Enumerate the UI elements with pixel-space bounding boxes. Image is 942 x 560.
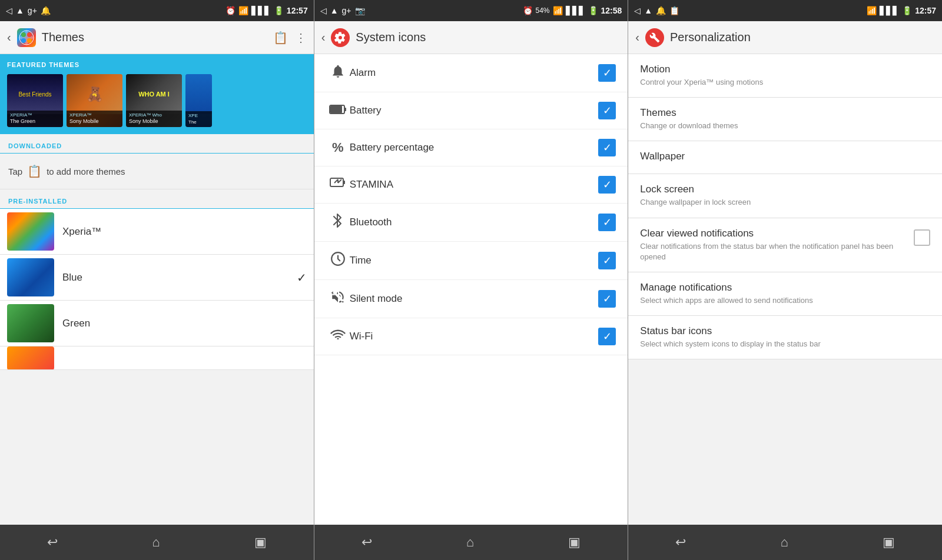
alarm-checkbox[interactable]: ✓: [598, 64, 616, 82]
screen-system-icons: ◁ ▲ g+ 📷 ⏰ 54% 📶 ▋▋▋ 🔋 12:58 ‹ Sy: [314, 0, 629, 560]
app-title-themes: Themes: [42, 31, 267, 44]
status-time-2: 12:58: [601, 6, 622, 15]
clear-notifs-toggle[interactable]: [914, 229, 930, 246]
home-nav-btn-1[interactable]: ⌂: [140, 530, 171, 555]
nav-bar-3: ↩ ⌂ ▣: [628, 525, 942, 560]
status-time-1: 12:57: [287, 6, 308, 15]
recent-nav-btn-1[interactable]: ▣: [243, 530, 278, 555]
wifi-checkbox[interactable]: ✓: [598, 328, 616, 345]
back-button-sysicons[interactable]: ‹: [321, 31, 326, 44]
wifi-label: Wi-Fi: [350, 331, 599, 342]
stamina-checkbox[interactable]: ✓: [598, 176, 616, 194]
stamina-icon: [326, 177, 350, 192]
featured-label: FEATURED THEMES: [7, 61, 307, 68]
status-bar-2: ◁ ▲ g+ 📷 ⏰ 54% 📶 ▋▋▋ 🔋 12:58: [314, 0, 628, 21]
screen-themes: ◁ ▲ g+ 🔔 ⏰ 📶 ▋▋▋ 🔋 12:57 ‹: [0, 0, 314, 560]
svg-point-4: [21, 38, 26, 43]
theme-item-xperia[interactable]: Xperia™: [0, 209, 314, 255]
copy-icon[interactable]: 📋: [273, 31, 288, 45]
back-button-themes[interactable]: ‹: [7, 31, 11, 44]
pct-icon: %: [326, 140, 350, 155]
lockscreen-subtitle: Change wallpaper in lock screen: [640, 197, 930, 208]
home-nav-btn-2[interactable]: ⌂: [455, 530, 486, 555]
theme-item-orange[interactable]: [0, 346, 314, 370]
settings-item-bluetooth[interactable]: Bluetooth ✓: [314, 204, 628, 242]
screen-personalization: ◁ ▲ 🔔 📋 📶 ▋▋▋ 🔋 12:57 ‹ Personalization: [628, 0, 942, 560]
back-button-person[interactable]: ‹: [635, 31, 639, 44]
settings-item-battery-pct[interactable]: % Battery percentage ✓: [314, 129, 628, 166]
notif-icon: 🔔: [41, 6, 51, 15]
recent-nav-btn-3[interactable]: ▣: [871, 530, 907, 555]
person-item-motion[interactable]: Motion Control your Xperia™ using motion…: [628, 54, 942, 98]
stamina-label: STAMINA: [350, 179, 599, 191]
notif-icon-3: 📋: [669, 6, 679, 15]
svg-rect-7: [330, 106, 342, 113]
person-item-manage-notifs[interactable]: Manage notifications Select which apps a…: [628, 272, 942, 316]
person-item-lockscreen[interactable]: Lock screen Change wallpaper in lock scr…: [628, 174, 942, 218]
silent-label: Silent mode: [350, 293, 599, 305]
battery-icon-2: 🔋: [588, 6, 598, 15]
manage-notifs-title: Manage notifications: [640, 282, 930, 294]
status-icons-subtitle: Select which system icons to display in …: [640, 339, 930, 349]
blue-name: Blue: [62, 272, 288, 284]
home-nav-btn-3[interactable]: ⌂: [769, 530, 800, 555]
app-bar-person: ‹ Personalization: [628, 21, 942, 54]
featured-theme-4[interactable]: XPE The: [185, 74, 212, 127]
bluetooth-checkbox[interactable]: ✓: [598, 214, 616, 231]
wifi-signal-3: 📶: [867, 6, 877, 15]
svg-rect-6: [344, 108, 346, 111]
settings-item-stamina[interactable]: STAMINA ✓: [314, 166, 628, 204]
settings-item-silent[interactable]: Silent mode ✓: [314, 280, 628, 318]
gplus-icon-3: 🔔: [656, 6, 666, 15]
recent-nav-btn-2[interactable]: ▣: [556, 530, 592, 555]
tap-text: Tap: [8, 166, 22, 176]
orange-thumb: [7, 346, 54, 370]
theme-item-green[interactable]: Green: [0, 301, 314, 346]
settings-item-time[interactable]: Time ✓: [314, 242, 628, 280]
settings-item-battery[interactable]: Battery ✓: [314, 92, 628, 129]
app-bar-sysicons: ‹ System icons: [314, 21, 628, 54]
wifi-signal-2: 📶: [553, 6, 563, 15]
nav-bar-2: ↩ ⌂ ▣: [314, 525, 628, 560]
back-nav-btn-2[interactable]: ↩: [350, 530, 384, 555]
person-item-wallpaper[interactable]: Wallpaper: [628, 141, 942, 174]
featured-theme-3[interactable]: WHO AM I XPERIA™ Who Sony Mobile: [126, 74, 182, 127]
more-options-icon[interactable]: ⋮: [295, 31, 307, 45]
featured-theme-2[interactable]: 🧸 XPERIA™ Sony Mobile: [67, 74, 122, 127]
blue-thumb: [7, 258, 54, 296]
person-item-clear-notifs[interactable]: Clear viewed notifications Clear notific…: [628, 218, 942, 272]
manage-notifs-subtitle: Select which apps are allowed to send no…: [640, 295, 930, 306]
personalization-list: Motion Control your Xperia™ using motion…: [628, 54, 942, 525]
person-item-status-icons[interactable]: Status bar icons Select which system ico…: [628, 316, 942, 359]
downloaded-label: DOWNLOADED: [8, 142, 62, 149]
back-nav-btn-1[interactable]: ↩: [35, 530, 69, 555]
alarm-icon-2: ⏰: [523, 6, 533, 15]
signal-bars-3: ▋▋▋: [880, 6, 899, 15]
wifi-icon: ▲: [16, 6, 24, 15]
alarm-icon: [326, 64, 350, 82]
xperia-thumb: [7, 212, 54, 251]
svg-rect-9: [343, 181, 345, 184]
wifi-icon-s: [326, 328, 350, 345]
status-bar-1: ◁ ▲ g+ 🔔 ⏰ 📶 ▋▋▋ 🔋 12:57: [0, 0, 314, 21]
battery-checkbox[interactable]: ✓: [598, 102, 616, 119]
settings-item-alarm[interactable]: Alarm ✓: [314, 54, 628, 92]
settings-item-wifi[interactable]: Wi-Fi ✓: [314, 318, 628, 355]
bluetooth-icon: [326, 213, 350, 232]
back-nav-btn-3[interactable]: ↩: [664, 530, 698, 555]
app-title-person: Personalization: [670, 31, 935, 44]
theme-item-blue[interactable]: Blue ✓: [0, 255, 314, 301]
person-item-themes[interactable]: Themes Change or download themes: [628, 98, 942, 141]
battery-pct-checkbox[interactable]: ✓: [598, 139, 616, 156]
battery-icon: [326, 103, 350, 118]
battery-label: Battery: [350, 105, 599, 116]
green-name: Green: [62, 318, 307, 329]
wallpaper-title: Wallpaper: [640, 151, 930, 162]
status-time-3: 12:57: [915, 6, 936, 15]
featured-theme-1[interactable]: Best Friends XPERIA™ The Green: [7, 74, 63, 127]
clear-notifs-title: Clear viewed notifications: [640, 228, 908, 239]
time-checkbox[interactable]: ✓: [598, 252, 616, 269]
silent-checkbox[interactable]: ✓: [598, 290, 616, 308]
themes-content: FEATURED THEMES Best Friends XPERIA™ The…: [0, 54, 314, 525]
battery-pct-label: Battery percentage: [350, 142, 599, 154]
